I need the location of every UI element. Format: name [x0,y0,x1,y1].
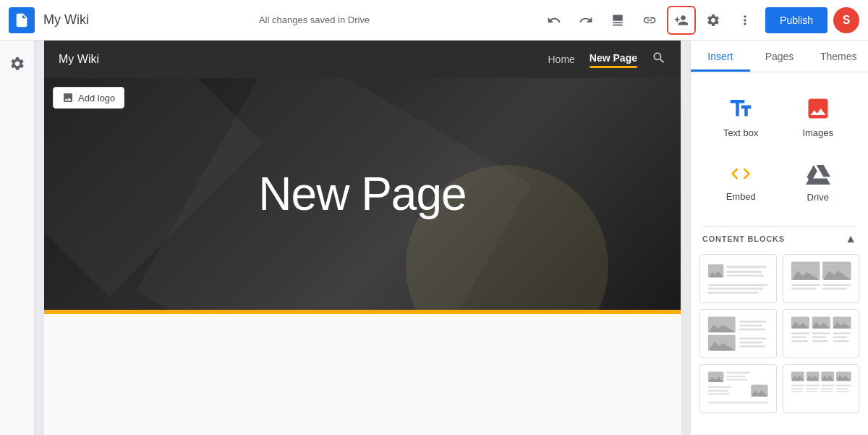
topbar: My Wiki All changes saved in Drive Pu [0,0,868,41]
svg-rect-32 [833,332,851,334]
app-logo [9,7,35,33]
embed-label: Embed [726,191,756,202]
svg-rect-14 [822,288,847,290]
images-label: Images [802,127,833,138]
site-nav-links: Home New Page [548,51,667,69]
topbar-actions: Publish S [540,6,859,35]
user-avatar[interactable]: S [833,7,859,33]
textbox-label: Text box [723,127,758,138]
content-blocks-title: CONTENT BLOCKS [702,235,785,243]
svg-rect-21 [739,342,762,344]
svg-rect-0 [19,20,24,21]
svg-rect-6 [708,284,768,286]
add-logo-button[interactable]: Add logo [53,87,124,109]
svg-rect-52 [806,388,817,389]
svg-rect-50 [791,391,802,392]
block-thumb-6[interactable] [783,364,860,413]
left-sidebar [0,41,35,435]
nav-active-underline [590,66,637,68]
svg-rect-39 [708,386,731,388]
textbox-icon [728,96,754,122]
canvas-area: My Wiki Home New Page New Page [35,41,690,435]
block-thumb-5[interactable] [699,364,777,413]
svg-rect-33 [833,337,847,339]
svg-rect-4 [726,271,762,273]
hero-section: New Page [44,78,681,310]
block-thumb-3[interactable] [699,309,777,358]
svg-rect-3 [726,266,767,269]
content-blocks-header: CONTENT BLOCKS ▲ [699,227,859,254]
page-settings-button[interactable] [3,49,32,78]
drive-icon [806,161,830,186]
search-icon[interactable] [652,51,666,69]
svg-rect-41 [708,393,730,394]
insert-textbox[interactable]: Text box [702,84,780,150]
save-status: All changes saved in Drive [95,14,534,25]
page-content[interactable] [44,314,681,435]
svg-rect-48 [791,385,804,387]
tab-themes[interactable]: Themes [809,41,868,72]
svg-rect-27 [791,337,807,339]
more-button[interactable] [731,6,760,35]
svg-rect-57 [835,385,851,387]
doc-title: My Wiki [43,12,89,28]
tab-pages[interactable]: Pages [750,41,809,72]
svg-rect-36 [726,372,749,374]
svg-rect-11 [791,284,820,286]
block-thumb-4[interactable] [783,309,860,358]
svg-rect-29 [812,332,830,334]
svg-rect-38 [726,379,748,381]
svg-rect-53 [806,391,817,392]
settings-button[interactable] [699,6,728,35]
collapse-icon[interactable]: ▲ [845,232,856,245]
svg-rect-31 [812,340,828,342]
link-button[interactable] [635,6,664,35]
insert-images[interactable]: Images [780,84,857,150]
site-nav-title: My Wiki [59,53,99,66]
svg-rect-8 [708,292,759,294]
nav-link-newpage[interactable]: New Page [590,52,637,64]
site-nav: My Wiki Home New Page [44,41,681,78]
svg-rect-37 [726,376,746,377]
insert-grid: Text box Images Embed [691,72,868,226]
embed-icon [729,162,752,185]
svg-rect-59 [835,391,848,392]
block-thumb-2[interactable] [783,254,860,303]
svg-rect-1 [19,22,22,23]
nav-link-home[interactable]: Home [548,54,575,65]
drive-label: Drive [807,192,829,203]
svg-rect-17 [739,321,767,323]
add-logo-label: Add logo [78,93,115,104]
svg-rect-43 [708,402,768,403]
svg-rect-40 [708,390,728,392]
hero-title: New Page [258,167,466,221]
block-thumb-1[interactable] [699,254,777,303]
svg-rect-55 [821,388,832,389]
svg-rect-28 [791,340,807,342]
content-blocks-section: CONTENT BLOCKS ▲ [691,227,868,435]
insert-drive[interactable]: Drive [780,150,857,214]
insert-embed[interactable]: Embed [702,150,780,214]
svg-rect-19 [739,329,765,331]
svg-rect-51 [806,385,819,387]
tab-insert[interactable]: Insert [691,41,750,72]
svg-rect-49 [791,388,801,389]
publish-button[interactable]: Publish [765,7,827,33]
images-icon [805,96,831,122]
redo-button[interactable] [571,6,600,35]
undo-button[interactable] [540,6,569,35]
svg-rect-54 [821,385,834,387]
share-button[interactable] [667,6,696,35]
svg-rect-18 [739,324,762,326]
svg-rect-5 [726,275,764,277]
preview-button[interactable] [603,6,632,35]
svg-rect-30 [812,337,826,339]
svg-rect-20 [739,337,767,339]
panel-tabs: Insert Pages Themes [691,41,868,72]
hero-logo-area: New Page Add logo [44,78,681,310]
page-container: My Wiki Home New Page New Page [44,41,681,435]
svg-rect-22 [739,345,765,347]
svg-rect-56 [821,391,833,392]
svg-rect-13 [822,284,851,286]
svg-rect-34 [833,340,849,342]
